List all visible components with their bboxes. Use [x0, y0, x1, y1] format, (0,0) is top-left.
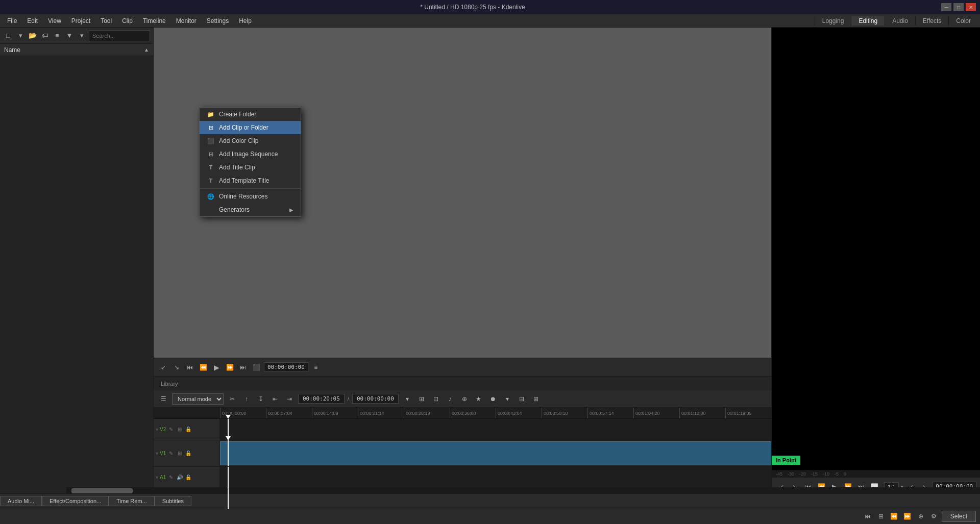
- open-folder-icon[interactable]: 📂: [28, 31, 38, 41]
- set-out-point-btn[interactable]: ↘: [171, 362, 182, 373]
- tl-snap-btn[interactable]: ⊞: [416, 393, 427, 405]
- v1-lock-icon[interactable]: 🔓: [185, 450, 192, 457]
- ctx-add-color-clip[interactable]: ⬛ Add Color Clip: [200, 134, 301, 147]
- tl-rec-dropdown[interactable]: ▾: [502, 393, 513, 405]
- tl-audio-btn[interactable]: ♪: [445, 393, 456, 405]
- tl-overwrite-btn[interactable]: ↧: [255, 393, 266, 405]
- name-sort-icon[interactable]: ▲: [144, 47, 149, 53]
- play-btn[interactable]: ▶: [211, 362, 222, 373]
- source-more-btn[interactable]: ≡: [310, 362, 322, 373]
- tl-lift-btn[interactable]: ↑: [241, 393, 252, 405]
- step-fwd-btn[interactable]: ⏩: [224, 362, 235, 373]
- tl-extract-btn[interactable]: ⇤: [270, 393, 281, 405]
- menu-help[interactable]: Help: [234, 16, 257, 26]
- v1-composite-icon[interactable]: ⊞: [176, 450, 183, 457]
- in-point-label: In Point: [776, 457, 796, 463]
- new-bin-icon[interactable]: □: [3, 31, 13, 41]
- ctx-online-resources[interactable]: 🌐 Online Resources: [200, 190, 301, 203]
- menu-clip[interactable]: Clip: [117, 16, 138, 26]
- timeline-timecode[interactable]: 00:00:20:05: [298, 394, 345, 404]
- menu-edit[interactable]: Edit: [22, 16, 43, 26]
- workspace-tab-audio[interactable]: Audio: [885, 16, 915, 26]
- v1-edit-icon[interactable]: ✎: [167, 450, 175, 457]
- footer-step-fwd-btn[interactable]: ⏩: [902, 511, 913, 522]
- tl-timecode-dropdown[interactable]: ▾: [402, 393, 413, 405]
- menu-settings[interactable]: Settings: [202, 16, 234, 26]
- project-monitor-preview: In Point: [772, 28, 980, 470]
- mode-dropdown[interactable]: Normal mode: [172, 393, 224, 405]
- name-header: Name ▲: [0, 44, 153, 56]
- tl-group-btn[interactable]: ⊡: [430, 393, 442, 405]
- ctx-add-template-title[interactable]: T Add Template Title: [200, 174, 301, 187]
- set-in-point-btn[interactable]: ↙: [158, 362, 169, 373]
- v1-clip[interactable]: [220, 441, 771, 465]
- tl-thumb-btn[interactable]: ⊞: [530, 393, 542, 405]
- tl-insert-btn[interactable]: ⇥: [284, 393, 295, 405]
- rewind-btn[interactable]: ⏮: [184, 362, 195, 373]
- workspace-tab-color[interactable]: Color: [948, 16, 978, 26]
- audio-level-indicator: -30: [788, 471, 794, 477]
- footer-snap-btn[interactable]: ⊞: [875, 511, 887, 522]
- v1-collapse-btn[interactable]: ▾: [156, 451, 158, 456]
- bottom-tab-subtitles[interactable]: Subtitles: [155, 496, 191, 506]
- v2-collapse-btn[interactable]: ▾: [156, 427, 158, 432]
- a1-collapse-btn[interactable]: ▾: [156, 475, 158, 480]
- a1-lock-icon[interactable]: 🔓: [185, 474, 192, 481]
- ffwd-btn[interactable]: ⏭: [237, 362, 249, 373]
- v2-lock-icon[interactable]: 🔓: [185, 426, 192, 433]
- menu-tool[interactable]: Tool: [95, 16, 117, 26]
- tl-rec-btn[interactable]: ⏺: [487, 393, 499, 405]
- select-button[interactable]: Select: [942, 511, 976, 522]
- tl-effect-btn[interactable]: ⊕: [459, 393, 470, 405]
- workspace-tab-editing[interactable]: Editing: [851, 16, 885, 26]
- a1-mute-icon[interactable]: 🔊: [176, 474, 183, 481]
- tag-icon[interactable]: 🏷: [40, 31, 50, 41]
- step-back-btn[interactable]: ⏪: [198, 362, 209, 373]
- ctx-generators[interactable]: Generators ▶: [200, 203, 301, 216]
- bottom-tab-audio-mixer[interactable]: Audio Mi...: [0, 496, 42, 506]
- menu-file[interactable]: File: [2, 16, 22, 26]
- audio-level-indicator: 0: [844, 471, 846, 477]
- filter-options-icon[interactable]: ▾: [77, 31, 87, 41]
- bottom-tab-time-remap[interactable]: Time Rem...: [109, 496, 155, 506]
- source-timecode[interactable]: 00:00:00:00: [264, 362, 308, 372]
- minimize-button[interactable]: ─: [941, 3, 951, 11]
- loop-btn[interactable]: ⬛: [251, 362, 262, 373]
- track-content-v1[interactable]: [220, 440, 771, 466]
- a1-edit-icon[interactable]: ✎: [167, 474, 175, 481]
- tl-config-btn[interactable]: ⊟: [516, 393, 527, 405]
- image-seq-icon: ⊞: [207, 150, 215, 158]
- ctx-add-title-clip[interactable]: T Add Title Clip: [200, 161, 301, 174]
- menu-icon[interactable]: ≡: [52, 31, 62, 41]
- maximize-button[interactable]: □: [953, 3, 964, 11]
- workspace-tab-effects[interactable]: Effects: [915, 16, 948, 26]
- ctx-add-clip-folder[interactable]: ⊞ Add Clip or Folder: [200, 121, 301, 134]
- v2-edit-icon[interactable]: ✎: [167, 426, 175, 433]
- menu-monitor[interactable]: Monitor: [171, 16, 202, 26]
- footer-step-back-btn[interactable]: ⏪: [889, 511, 900, 522]
- add-clip-icon: ⊞: [207, 123, 215, 132]
- track-content-v2[interactable]: [220, 419, 771, 440]
- track-content-a1[interactable]: [220, 467, 771, 488]
- tl-razor-btn[interactable]: ✂: [227, 393, 238, 405]
- add-dropdown-icon[interactable]: ▾: [15, 31, 26, 41]
- menu-timeline[interactable]: Timeline: [138, 16, 171, 26]
- tl-menu-btn[interactable]: ☰: [158, 393, 169, 405]
- timeline-duration[interactable]: 00:00:00:00: [352, 394, 399, 404]
- filter-icon[interactable]: ▼: [64, 31, 75, 41]
- ctx-add-image-sequence[interactable]: ⊞ Add Image Sequence: [200, 147, 301, 161]
- ctx-create-folder[interactable]: 📁 Create Folder: [200, 108, 301, 121]
- footer-add-btn[interactable]: ⊕: [915, 511, 926, 522]
- footer-prev-btn[interactable]: ⏮: [862, 511, 873, 522]
- v2-composite-icon[interactable]: ⊞: [176, 426, 183, 433]
- bottom-tab-effect-composition[interactable]: Effect/Composition...: [42, 496, 109, 506]
- close-button[interactable]: ✕: [966, 3, 976, 11]
- tl-marker-btn[interactable]: ★: [473, 393, 484, 405]
- search-input[interactable]: [89, 30, 150, 41]
- workspace-tab-logging[interactable]: Logging: [815, 16, 851, 26]
- footer-settings-btn[interactable]: ⚙: [928, 511, 940, 522]
- timeline-scrollbar-thumb[interactable]: [71, 488, 133, 493]
- color-clip-icon: ⬛: [207, 137, 215, 145]
- menu-view[interactable]: View: [43, 16, 66, 26]
- menu-project[interactable]: Project: [66, 16, 95, 26]
